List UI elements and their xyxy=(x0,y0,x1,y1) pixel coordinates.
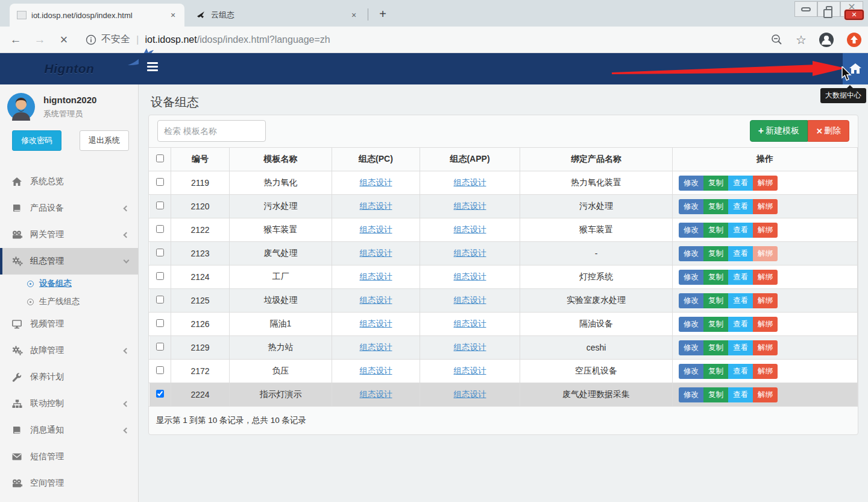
zoom-icon[interactable] xyxy=(770,33,784,46)
sidebar-item[interactable]: 保养计划 xyxy=(0,364,138,390)
sidebar-item[interactable]: 视频管理 xyxy=(0,311,138,337)
copy-button[interactable]: 复制 xyxy=(703,223,728,238)
sidebar-item[interactable]: 空间管理 xyxy=(0,470,138,497)
new-template-button[interactable]: 新建模板 xyxy=(750,120,808,142)
select-all-checkbox[interactable] xyxy=(156,154,164,162)
edit-button[interactable]: 修改 xyxy=(679,176,703,191)
row-checkbox[interactable] xyxy=(156,202,164,209)
pc-design-link[interactable]: 组态设计 xyxy=(360,296,392,305)
pc-design-link[interactable]: 组态设计 xyxy=(360,249,392,258)
pc-design-link[interactable]: 组态设计 xyxy=(360,390,392,399)
edit-button[interactable]: 修改 xyxy=(679,364,703,379)
pc-design-link[interactable]: 组态设计 xyxy=(360,272,392,281)
view-button[interactable]: 查看 xyxy=(728,340,753,355)
browser-tab-cloud-scada[interactable]: 云组态 xyxy=(190,4,365,27)
unbind-button[interactable]: 解绑 xyxy=(753,293,778,308)
sidebar-item[interactable]: 短信管理 xyxy=(0,443,138,470)
browser-tab-current[interactable]: iot.idosp.net/idosp/index.html xyxy=(10,4,184,27)
edit-button[interactable]: 修改 xyxy=(679,199,703,214)
view-button[interactable]: 查看 xyxy=(728,317,753,332)
logout-button[interactable]: 退出系统 xyxy=(80,130,129,151)
app-design-link[interactable]: 组态设计 xyxy=(454,272,486,281)
sidebar-item[interactable]: 组态管理 xyxy=(0,248,138,275)
row-checkbox[interactable] xyxy=(156,296,164,303)
new-tab-button[interactable] xyxy=(375,6,391,22)
copy-button[interactable]: 复制 xyxy=(703,317,728,332)
sidebar-item[interactable]: 系统总览 xyxy=(0,168,138,195)
view-button[interactable]: 查看 xyxy=(728,293,753,308)
app-design-link[interactable]: 组态设计 xyxy=(454,225,486,234)
minimize-button[interactable] xyxy=(794,1,817,17)
unbind-button[interactable]: 解绑 xyxy=(753,246,778,261)
sidebar-item[interactable]: 故障管理 xyxy=(0,337,138,364)
unbind-button[interactable]: 解绑 xyxy=(753,317,778,332)
sidebar-item[interactable]: 产品设备 xyxy=(0,195,138,221)
copy-button[interactable]: 复制 xyxy=(703,387,728,402)
app-design-link[interactable]: 组态设计 xyxy=(454,390,486,399)
unbind-button[interactable]: 解绑 xyxy=(753,223,778,238)
row-checkbox[interactable] xyxy=(156,178,164,186)
search-input[interactable] xyxy=(157,120,266,142)
copy-button[interactable]: 复制 xyxy=(703,199,728,214)
menu-toggle-icon[interactable] xyxy=(147,62,159,75)
row-checkbox[interactable] xyxy=(156,366,164,374)
view-button[interactable]: 查看 xyxy=(728,199,753,214)
edit-button[interactable]: 修改 xyxy=(679,340,703,355)
back-button[interactable] xyxy=(7,31,24,48)
app-design-link[interactable]: 组态设计 xyxy=(454,178,486,187)
edit-button[interactable]: 修改 xyxy=(679,387,703,402)
row-checkbox[interactable] xyxy=(156,225,164,233)
sidebar-item[interactable]: 网关管理 xyxy=(0,221,138,248)
view-button[interactable]: 查看 xyxy=(728,270,753,285)
pc-design-link[interactable]: 组态设计 xyxy=(360,225,392,234)
unbind-button[interactable]: 解绑 xyxy=(753,364,778,379)
app-design-link[interactable]: 组态设计 xyxy=(454,296,486,305)
big-data-center-button[interactable] xyxy=(843,53,868,84)
app-design-link[interactable]: 组态设计 xyxy=(454,202,486,211)
copy-button[interactable]: 复制 xyxy=(703,176,728,191)
pc-design-link[interactable]: 组态设计 xyxy=(360,319,392,328)
restore-button[interactable] xyxy=(817,1,840,17)
address-bar[interactable]: 不安全 | iot.idosp.net/idosp/index.html?lan… xyxy=(86,33,758,46)
tab-close-icon[interactable] xyxy=(168,10,178,21)
copy-button[interactable]: 复制 xyxy=(703,246,728,261)
forward-button[interactable] xyxy=(31,31,48,48)
view-button[interactable]: 查看 xyxy=(728,176,753,191)
copy-button[interactable]: 复制 xyxy=(703,293,728,308)
pc-design-link[interactable]: 组态设计 xyxy=(360,202,392,211)
edit-button[interactable]: 修改 xyxy=(679,223,703,238)
pc-design-link[interactable]: 组态设计 xyxy=(360,366,392,375)
sidebar-subitem[interactable]: 设备组态 xyxy=(0,275,138,293)
app-design-link[interactable]: 组态设计 xyxy=(454,249,486,258)
app-design-link[interactable]: 组态设计 xyxy=(454,366,486,375)
row-checkbox[interactable] xyxy=(156,343,164,351)
edit-button[interactable]: 修改 xyxy=(679,317,703,332)
view-button[interactable]: 查看 xyxy=(728,364,753,379)
view-button[interactable]: 查看 xyxy=(728,387,753,402)
row-checkbox[interactable] xyxy=(156,272,164,280)
unbind-button[interactable]: 解绑 xyxy=(753,340,778,355)
sidebar-item[interactable]: 消息通知 xyxy=(0,417,138,443)
copy-button[interactable]: 复制 xyxy=(703,364,728,379)
view-button[interactable]: 查看 xyxy=(728,223,753,238)
row-checkbox[interactable] xyxy=(156,319,164,327)
unbind-button[interactable]: 解绑 xyxy=(753,176,778,191)
unbind-button[interactable]: 解绑 xyxy=(753,270,778,285)
unbind-button[interactable]: 解绑 xyxy=(753,199,778,214)
sidebar-item[interactable]: 联动控制 xyxy=(0,390,138,417)
profile-avatar-icon[interactable] xyxy=(819,32,834,48)
delete-button[interactable]: 删除 xyxy=(808,120,849,142)
browser-update-icon[interactable] xyxy=(846,32,862,48)
edit-button[interactable]: 修改 xyxy=(679,293,703,308)
sidebar-subitem[interactable]: 生产线组态 xyxy=(0,293,138,311)
change-password-button[interactable]: 修改密码 xyxy=(12,130,61,151)
row-checkbox[interactable] xyxy=(156,390,164,398)
app-design-link[interactable]: 组态设计 xyxy=(454,343,486,352)
close-button[interactable] xyxy=(840,1,863,17)
edit-button[interactable]: 修改 xyxy=(679,270,703,285)
view-button[interactable]: 查看 xyxy=(728,246,753,261)
bookmark-star-icon[interactable] xyxy=(796,33,807,47)
copy-button[interactable]: 复制 xyxy=(703,270,728,285)
unbind-button[interactable]: 解绑 xyxy=(753,387,778,402)
tab-close-icon[interactable] xyxy=(348,10,359,21)
